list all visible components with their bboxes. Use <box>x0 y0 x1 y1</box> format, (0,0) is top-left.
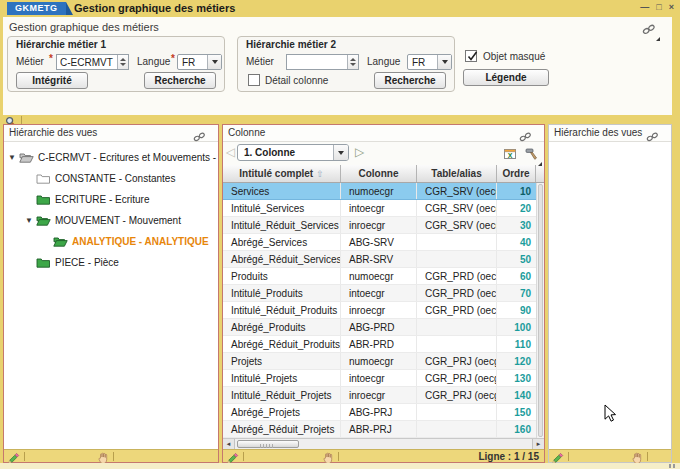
column-header-colonne[interactable]: Colonne <box>341 165 417 182</box>
tree-item-label: ECRITURE - Ecriture <box>55 194 149 205</box>
folder-open-green-icon <box>53 236 68 247</box>
table-row[interactable]: Intitulé_Réduit_ProjetsinroecgrCGR_PRJ (… <box>223 387 536 404</box>
cell-ordre: 30 <box>497 217 536 233</box>
cell-table-alias <box>417 336 497 352</box>
cell-colonne: ABG-SRV <box>341 234 417 250</box>
cell-table-alias <box>417 234 497 250</box>
cell-colonne: ABG-PRJ <box>341 404 417 420</box>
cell-ordre: 100 <box>497 319 536 335</box>
scroll-left-icon[interactable]: ◄ <box>223 439 235 449</box>
tree-item[interactable]: ECRITURE - Ecriture <box>4 189 218 210</box>
maximize-button[interactable]: □ <box>656 2 661 13</box>
breadcrumb: Gestion graphique des métiers <box>9 21 159 33</box>
scrollbar-thumb[interactable] <box>237 440 299 448</box>
objet-masque-checkbox[interactable] <box>465 50 477 62</box>
column-toolbar: ◁ 1. Colonne ▷ X <box>223 142 544 165</box>
cell-ordre: 40 <box>497 234 536 250</box>
table-row[interactable]: Abrégé_Réduit_ProjetsABR-PRJ160 <box>223 421 536 438</box>
detail-colonne-checkbox[interactable] <box>248 74 260 86</box>
cell-colonne: numoecgr <box>341 268 417 284</box>
cell-intitule: Intitulé_Réduit_Projets <box>223 387 341 403</box>
vertical-scrollbar[interactable] <box>536 183 544 438</box>
cell-ordre: 60 <box>497 268 536 284</box>
tree-item[interactable]: PIECE - Pièce <box>4 252 218 273</box>
group-hierarchie-metier-1: Hiérarchie métier 1 Métier * Langue * FR… <box>7 36 225 92</box>
app-code-badge: GKMETG <box>7 2 66 15</box>
tree-item[interactable]: ▼C-ECRMVT - Ecritures et Mouvements - Cl… <box>4 147 218 168</box>
langue-label: Langue <box>367 56 400 67</box>
table-row[interactable]: Abrégé_ServicesABG-SRV40 <box>223 234 536 251</box>
table-row[interactable]: Intitulé_Réduit_ProduitsinroecgrCGR_PRD … <box>223 302 536 319</box>
spinner-control[interactable] <box>347 55 358 69</box>
next-arrow-icon[interactable]: ▷ <box>355 145 364 160</box>
integrite-button[interactable]: Intégrité <box>16 72 88 89</box>
cell-ordre: 110 <box>497 336 536 352</box>
table-row[interactable]: Intitulé_ProduitsintoecgrCGR_PRD (oecgr)… <box>223 285 536 302</box>
cell-table-alias: CGR_SRV (oecgr) <box>417 183 497 199</box>
previous-arrow-icon[interactable]: ◁ <box>226 145 235 160</box>
cell-colonne: ABR-PRD <box>341 336 417 352</box>
expander-icon[interactable]: ▼ <box>8 153 19 162</box>
table-row[interactable]: Abrégé_ProjetsABG-PRJ150 <box>223 404 536 421</box>
excel-export-icon[interactable]: X <box>504 146 516 164</box>
right-panel-body <box>549 142 671 449</box>
cell-table-alias: CGR_PRJ (oecgr) <box>417 370 497 386</box>
table-row[interactable]: Intitulé_ServicesintoecgrCGR_SRV (oecgr)… <box>223 200 536 217</box>
table-row[interactable]: ProduitsnumoecgrCGR_PRD (oecgr)60 <box>223 268 536 285</box>
recherche-button-2[interactable]: Recherche <box>374 72 446 89</box>
column-selector[interactable]: 1. Colonne <box>237 144 349 161</box>
spinner-control[interactable] <box>117 55 128 69</box>
close-button[interactable]: × <box>669 2 674 13</box>
column-header-table-alias[interactable]: Table/alias <box>417 165 497 182</box>
legende-button[interactable]: Légende <box>463 69 549 86</box>
tree-item[interactable]: CONSTANTE - Constantes <box>4 168 218 189</box>
horizontal-scrollbar[interactable]: ◄ ► <box>223 438 544 449</box>
scroll-right-icon[interactable]: ► <box>532 439 544 449</box>
langue-select-2[interactable]: FR <box>407 54 452 70</box>
cell-colonne: inroecgr <box>341 387 417 403</box>
cell-ordre: 150 <box>497 404 536 420</box>
cell-colonne: numoecgr <box>341 353 417 369</box>
chevron-down-icon <box>207 55 221 69</box>
table-row[interactable]: Intitulé_Réduit_ServicesinroecgrCGR_SRV … <box>223 217 536 234</box>
required-marker: * <box>49 53 53 64</box>
cell-table-alias: CGR_PRJ (oecgr) <box>417 353 497 369</box>
metier-label: Métier <box>246 56 274 67</box>
bottom-strip <box>0 463 680 469</box>
cell-ordre: 130 <box>497 370 536 386</box>
table-row[interactable]: Abrégé_Réduit_ProduitsABR-PRD110 <box>223 336 536 353</box>
langue-select[interactable]: FR <box>177 54 222 70</box>
tree-item[interactable]: ▼MOUVEMENT - Mouvement <box>4 210 218 231</box>
cell-table-alias <box>417 319 497 335</box>
langue-label: Langue <box>137 56 170 67</box>
link-icon[interactable] <box>642 21 656 39</box>
app-window: GKMETG Gestion graphique des métiers — □… <box>0 0 680 469</box>
folder-open-green-icon <box>36 215 51 226</box>
minimize-button[interactable]: — <box>640 2 649 13</box>
cell-table-alias: CGR_PRD (oecgr) <box>417 302 497 318</box>
right-panel-header: Hiérarchie des vues <box>549 125 671 142</box>
left-panel-statusbar <box>4 449 218 462</box>
cell-table-alias <box>417 251 497 267</box>
mouse-cursor <box>604 404 617 427</box>
table-row[interactable]: Abrégé_ProduitsABG-PRD100 <box>223 319 536 336</box>
column-header-spacer <box>536 165 544 182</box>
cell-intitule: Projets <box>223 353 341 369</box>
column-header-intitule[interactable]: Intitulé complet ⇧ <box>223 165 341 182</box>
table-row[interactable]: Intitulé_ProjetsintoecgrCGR_PRJ (oecgr)1… <box>223 370 536 387</box>
form-area: Gestion graphique des métiers Hiérarchie… <box>3 17 672 115</box>
table-row[interactable]: ProjetsnumoecgrCGR_PRJ (oecgr)120 <box>223 353 536 370</box>
resize-grip[interactable] <box>669 464 677 468</box>
expander-icon[interactable]: ▼ <box>25 216 36 225</box>
cell-colonne: intoecgr <box>341 370 417 386</box>
tree-item[interactable]: ANALYTIQUE - ANALYTIQUE <box>4 231 218 252</box>
table-row[interactable]: Abrégé_Réduit_ServicesABR-SRV50 <box>223 251 536 268</box>
cell-intitule: Intitulé_Réduit_Produits <box>223 302 341 318</box>
table-row[interactable]: ServicesnumoecgrCGR_SRV (oecgr)10 <box>223 183 536 200</box>
hammer-icon[interactable] <box>525 146 538 164</box>
window-title: Gestion graphique des métiers <box>74 2 235 14</box>
panel-title: Hiérarchie des vues <box>554 127 642 138</box>
recherche-button-1[interactable]: Recherche <box>144 72 216 89</box>
column-header-ordre[interactable]: Ordre <box>497 165 536 182</box>
cell-intitule: Intitulé_Services <box>223 200 341 216</box>
